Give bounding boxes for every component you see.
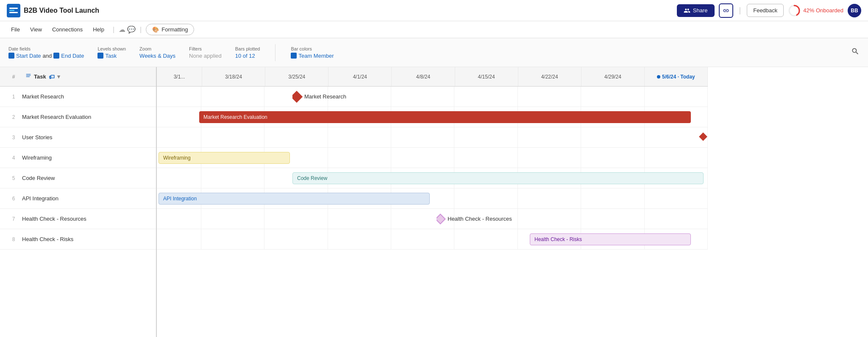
gantt-container: # Task 🏷 ▾ 1 Market Research 2 Market Re… xyxy=(0,67,868,337)
date-col: 3/25/24 xyxy=(265,67,328,86)
bar-market-research[interactable]: Market Research xyxy=(292,91,346,103)
date-col: 4/1/24 xyxy=(328,67,392,86)
table-row: 4 Wireframing xyxy=(0,148,156,168)
toolbar-filters: Filters None applied xyxy=(189,46,222,59)
table-row: 7 Health Check - Resources xyxy=(0,209,156,229)
bar-api-integration[interactable]: API Integration xyxy=(159,193,430,205)
bar-colors-icon xyxy=(291,53,297,59)
toolbar-divider xyxy=(275,44,275,61)
task-col-label: Task xyxy=(34,73,46,80)
toolbar-zoom: Zoom Weeks & Days xyxy=(139,46,175,59)
num-col-header: # xyxy=(5,74,22,80)
chat-icon[interactable]: 💬 xyxy=(127,25,136,34)
zoom-label: Zoom xyxy=(139,46,175,51)
task-col-header: Task 🏷 ▾ xyxy=(25,73,151,80)
bar-wireframing[interactable]: Wireframing xyxy=(159,152,290,164)
toolbar-bar-colors: Bar colors Team Member xyxy=(291,46,334,59)
timeline-scroll: 3/1... 3/18/24 3/25/24 4/1/24 4/8/24 4/1… xyxy=(157,67,708,250)
row-num: 2 xyxy=(5,114,22,120)
row-num: 7 xyxy=(5,216,22,222)
app-logo: B2B Video Tool Launch xyxy=(7,4,99,17)
svg-rect-4 xyxy=(26,76,30,77)
start-date-icon xyxy=(8,53,14,59)
end-date-icon xyxy=(53,53,59,59)
bar-code-review[interactable]: Code Review xyxy=(292,172,704,184)
avatar[interactable]: BB xyxy=(848,4,861,17)
timeline-row-2: Market Research Evaluation xyxy=(157,107,708,127)
bar-health-check-risks[interactable]: Health Check - Risks xyxy=(530,233,691,245)
timeline-row-1: Market Research xyxy=(157,87,708,107)
filters-value[interactable]: None applied xyxy=(189,53,222,59)
date-col: 4/8/24 xyxy=(392,67,455,86)
date-col: 4/22/24 xyxy=(518,67,581,86)
levels-value[interactable]: Task xyxy=(97,53,126,59)
date-col: 3/1... xyxy=(157,67,202,86)
toolbar: Date fields Start Date and End Date Leve… xyxy=(0,38,868,67)
onboard-label: 42% Onboarded xyxy=(803,7,843,14)
row-task: Health Check - Resources xyxy=(22,216,151,222)
feedback-button[interactable]: Feedback xyxy=(747,4,784,17)
separator-1: | xyxy=(739,6,741,15)
column-header: # Task 🏷 ▾ xyxy=(0,67,156,87)
link-icon xyxy=(723,7,729,14)
onboard-circle xyxy=(788,4,801,17)
table-row: 2 Market Research Evaluation xyxy=(0,107,156,127)
zoom-value[interactable]: Weeks & Days xyxy=(139,53,175,59)
cloud-icon[interactable]: ☁ xyxy=(119,25,125,34)
row-task: Wireframing xyxy=(22,154,151,161)
timeline-row-4: Wireframing xyxy=(157,148,708,168)
row-task: Code Review xyxy=(22,175,151,181)
toolbar-date-fields: Date fields Start Date and End Date xyxy=(8,46,84,59)
link-button[interactable] xyxy=(719,3,733,18)
search-icon[interactable] xyxy=(851,47,860,58)
menu-connections[interactable]: Connections xyxy=(48,25,87,34)
timeline-rows: Market Research Market Research Evaluat xyxy=(157,87,708,250)
table-row: 5 Code Review xyxy=(0,168,156,188)
date-col: 3/18/24 xyxy=(202,67,265,86)
formatting-button[interactable]: 🎨 Formatting xyxy=(146,24,194,35)
row-num: 5 xyxy=(5,175,22,181)
bars-label: Bars plotted xyxy=(235,46,260,51)
tag-icon[interactable]: 🏷 xyxy=(49,73,55,80)
date-fields-label: Date fields xyxy=(8,46,84,51)
date-col: 4/29/24 xyxy=(581,67,645,86)
menu-separator-2: | xyxy=(140,26,142,34)
bars-value[interactable]: 10 of 12 xyxy=(235,53,260,59)
menu-bar: File View Connections Help | ☁ 💬 | 🎨 For… xyxy=(0,21,868,38)
row-task: Health Check - Risks xyxy=(22,236,151,242)
toolbar-levels: Levels shown Task xyxy=(97,46,126,59)
bar-colors-value[interactable]: Team Member xyxy=(291,53,334,59)
levels-icon xyxy=(97,53,103,59)
right-panel[interactable]: 3/1... 3/18/24 3/25/24 4/1/24 4/8/24 4/1… xyxy=(157,67,868,337)
levels-label: Levels shown xyxy=(97,46,126,51)
today-dot xyxy=(657,75,660,79)
row-task: User Stories xyxy=(22,134,151,140)
menu-view[interactable]: View xyxy=(26,25,46,34)
timeline-row-5: Code Review xyxy=(157,168,708,188)
date-fields-value[interactable]: Start Date and End Date xyxy=(8,53,84,59)
bar-health-check-resources[interactable]: Health Check - Resources xyxy=(437,213,512,225)
table-row: 1 Market Research xyxy=(0,87,156,107)
toolbar-bars: Bars plotted 10 of 12 xyxy=(235,46,260,59)
row-num: 6 xyxy=(5,196,22,202)
bar-colors-label: Bar colors xyxy=(291,46,334,51)
logo-icon xyxy=(7,4,20,17)
dropdown-icon[interactable]: ▾ xyxy=(57,73,60,80)
svg-rect-3 xyxy=(26,75,31,76)
row-num: 1 xyxy=(5,94,22,100)
date-col-today: 5/6/24 · Today xyxy=(645,67,708,86)
share-button[interactable]: Share xyxy=(677,4,715,17)
menu-help[interactable]: Help xyxy=(89,25,108,34)
bar-user-stories-diamond[interactable] xyxy=(700,134,706,141)
filters-label: Filters xyxy=(189,46,222,51)
top-bar-right: Share | Feedback 42% Onboarded BB xyxy=(677,3,861,18)
menu-file[interactable]: File xyxy=(7,25,24,34)
svg-rect-2 xyxy=(26,74,31,74)
table-row: 6 API Integration xyxy=(0,188,156,209)
row-task: Market Research Evaluation xyxy=(22,114,151,120)
timeline-row-6: API Integration xyxy=(157,188,708,209)
onboard-indicator[interactable]: 42% Onboarded xyxy=(788,4,843,17)
date-header: 3/1... 3/18/24 3/25/24 4/1/24 4/8/24 4/1… xyxy=(157,67,708,87)
bar-market-research-evaluation[interactable]: Market Research Evaluation xyxy=(199,111,691,123)
row-task: API Integration xyxy=(22,195,151,202)
